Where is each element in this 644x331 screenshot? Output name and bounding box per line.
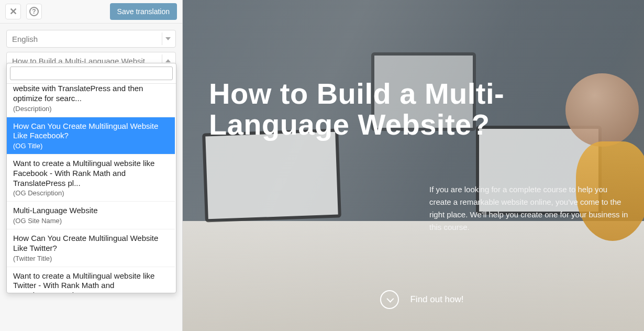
dropdown-item-title: Multi-Language Website [13,206,169,216]
dropdown-item-meta: (OG Description) [13,189,169,197]
dropdown-search-input[interactable] [10,67,173,80]
dropdown-search-wrap [7,63,176,84]
page-preview: How to Build a Multi-Language Website? I… [183,0,644,331]
close-icon: ✕ [9,7,17,16]
string-select-dropdown: website with TranslatePress and then opt… [6,63,176,293]
dropdown-item-title: Want to create a Multilingual website li… [13,159,169,188]
close-button[interactable]: ✕ [5,4,21,19]
dropdown-item-title: How Can You Create Multilingual Website … [13,122,169,141]
language-select[interactable]: English [6,30,176,48]
help-button[interactable]: ? [26,4,42,19]
chevron-down-icon [162,32,173,45]
cta-label: Find out how! [410,294,463,305]
dropdown-item-meta: (Description) [13,105,169,113]
save-translation-button[interactable]: Save translation [110,3,177,20]
arrow-down-circle-icon [380,290,398,309]
hero-subtitle: If you are looking for a complete course… [429,183,628,234]
help-icon: ? [29,7,39,16]
language-select-value: English [12,35,38,43]
dropdown-item[interactable]: How Can You Create Multilingual Website … [7,117,175,155]
panel-header: ✕ ? Save translation [0,0,182,24]
dropdown-item-title: website with TranslatePress and then opt… [13,84,169,104]
find-out-how-cta[interactable]: Find out how! [380,290,463,309]
hero-bg-desk [183,221,644,331]
dropdown-item[interactable]: Want to create a Multilingual website li… [7,267,175,293]
dropdown-item-meta: (Twitter Title) [13,255,169,262]
translation-panel: ✕ ? Save translation English How to Buil… [0,0,183,331]
hero-bg-monitor [202,129,341,223]
dropdown-item[interactable]: Want to create a Multilingual website li… [7,155,175,202]
dropdown-item[interactable]: Multi-Language Website(OG Site Name) [7,202,175,229]
page-title: How to Build a Multi-Language Website? [209,79,581,140]
dropdown-list[interactable]: website with TranslatePress and then opt… [7,84,176,293]
hero-content: How to Build a Multi-Language Website? [183,0,581,140]
dropdown-item-title: How Can You Create Multilingual Website … [13,234,169,253]
dropdown-item-meta: (OG Site Name) [13,217,169,225]
dropdown-item[interactable]: How Can You Create Multilingual Website … [7,229,175,267]
dropdown-item[interactable]: website with TranslatePress and then opt… [7,84,175,117]
dropdown-item-title: Want to create a Multilingual website li… [13,271,169,293]
dropdown-item-meta: (OG Title) [13,142,169,150]
